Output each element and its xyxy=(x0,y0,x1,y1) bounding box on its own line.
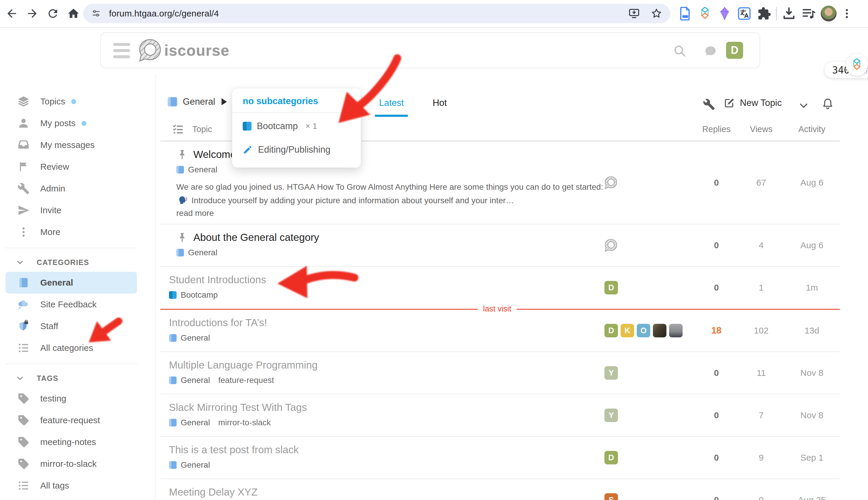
translate-icon[interactable] xyxy=(737,6,752,21)
category-badge[interactable]: General xyxy=(176,165,218,174)
category-badge[interactable]: General xyxy=(169,460,210,470)
hamburger-menu-icon[interactable] xyxy=(113,42,130,59)
category-badge[interactable]: Bootcamp xyxy=(169,290,218,300)
topic-row[interactable]: Slack Mirroring Test With TagsGeneralmir… xyxy=(161,395,840,437)
back-icon[interactable] xyxy=(5,7,18,20)
poster-avatar[interactable]: Y xyxy=(605,366,618,380)
sidebar-item-admin[interactable]: Admin xyxy=(5,178,137,200)
dropdown-option-editing-publishing[interactable]: Editing/Publishing xyxy=(232,140,361,159)
topic-row[interactable]: Multiple Language ProgrammingGeneralfeat… xyxy=(161,352,840,395)
sidebar-item-meeting-notes[interactable]: meeting-notes xyxy=(5,431,137,453)
topic-tag[interactable]: mirror-to-slack xyxy=(218,418,271,427)
sidebar-item-topics[interactable]: Topics xyxy=(5,91,137,112)
category-admin-wrench-icon[interactable] xyxy=(703,98,715,111)
poster-avatar[interactable]: K xyxy=(621,324,634,337)
column-topic[interactable]: Topic xyxy=(192,124,212,134)
read-more-link[interactable]: read more xyxy=(176,208,600,218)
category-badge[interactable]: General xyxy=(169,376,210,385)
perf-gem-widget[interactable] xyxy=(846,54,868,76)
pin-icon[interactable] xyxy=(176,149,188,160)
extension-doc-icon[interactable] xyxy=(678,6,693,21)
site-settings-icon[interactable] xyxy=(91,8,101,19)
new-topic-button[interactable]: New Topic xyxy=(724,97,782,109)
home-icon[interactable] xyxy=(67,7,80,20)
topic-tag[interactable]: feature-request xyxy=(218,376,274,385)
downloads-icon[interactable] xyxy=(781,6,797,21)
sidebar-item-label: testing xyxy=(40,394,66,404)
sidebar-item-invite[interactable]: Invite xyxy=(5,200,137,221)
category-badge[interactable]: General xyxy=(169,418,210,427)
topic-title[interactable]: Introductions for TA’s! xyxy=(169,317,267,329)
poster-avatar[interactable]: D xyxy=(605,451,618,464)
column-replies[interactable]: Replies xyxy=(694,124,738,134)
topic-title[interactable]: This is a test post from slack xyxy=(169,444,299,456)
topic-filter-icon[interactable] xyxy=(172,123,184,135)
sidebar-item-all-tags[interactable]: All tags xyxy=(5,475,137,497)
poster-avatar[interactable]: D xyxy=(605,324,618,337)
system-avatar[interactable] xyxy=(605,176,618,190)
browser-menu-icon[interactable] xyxy=(841,8,853,20)
category-badge[interactable]: General xyxy=(176,248,218,257)
url-bar[interactable]: forum.htgaa.org/c/general/4 xyxy=(83,4,670,23)
refresh-icon[interactable] xyxy=(46,7,59,20)
topic-title[interactable]: Slack Mirroring Test With Tags xyxy=(169,401,307,413)
sidebar-item-staff[interactable]: Staff xyxy=(5,315,137,337)
poster-avatar[interactable]: Y xyxy=(605,409,618,422)
extension-crystal-icon[interactable] xyxy=(717,6,732,21)
poster-avatar[interactable]: S xyxy=(605,493,618,500)
sidebar-item-all-categories[interactable]: All categories xyxy=(5,337,137,359)
system-avatar[interactable] xyxy=(605,239,618,252)
tab-hot[interactable]: Hot xyxy=(431,98,448,108)
poster-avatar-photo[interactable] xyxy=(669,324,683,337)
sidebar-item-more[interactable]: More xyxy=(5,221,137,243)
extensions-puzzle-icon[interactable] xyxy=(756,6,772,21)
chat-icon[interactable] xyxy=(704,45,717,58)
bookmark-star-icon[interactable] xyxy=(650,7,662,20)
poster-avatar[interactable]: D xyxy=(605,281,618,294)
topic-list-chevron-icon[interactable] xyxy=(799,101,809,111)
topic-row[interactable]: Student IntroductionsBootcampD011m xyxy=(161,267,840,308)
tab-latest[interactable]: Latest xyxy=(377,98,406,108)
sidebar-item-mirror-to-slack[interactable]: mirror-to-slack xyxy=(5,453,137,475)
topic-row[interactable]: About the General categoryGeneral04Aug 6 xyxy=(161,224,840,267)
install-icon[interactable] xyxy=(628,7,640,20)
breadcrumb-category[interactable]: General xyxy=(183,96,215,107)
sidebar-item-feature-request[interactable]: feature-request xyxy=(5,409,137,431)
user-avatar[interactable]: D xyxy=(726,42,743,59)
dropdown-option-bootcamp[interactable]: Bootcamp × 1 xyxy=(232,117,361,135)
sidebar-item-my-posts[interactable]: My posts xyxy=(5,112,137,134)
forward-icon[interactable] xyxy=(26,7,39,20)
sidebar-item-testing[interactable]: testing xyxy=(5,388,137,409)
poster-avatar[interactable]: O xyxy=(637,324,650,337)
pin-icon[interactable] xyxy=(176,231,188,243)
topic-row[interactable]: This is a test post from slackGeneralD09… xyxy=(161,437,840,479)
category-badge[interactable]: General xyxy=(169,333,210,343)
sidebar-categories-header[interactable]: CATEGORIES xyxy=(5,253,137,272)
browser-profile-avatar[interactable] xyxy=(821,5,836,22)
topic-title[interactable]: About the General category xyxy=(193,231,319,243)
discourse-logo[interactable]: iscourse xyxy=(138,38,230,62)
dropdown-selected[interactable]: no subcategories xyxy=(232,88,361,112)
notification-bell-icon[interactable] xyxy=(822,97,834,110)
topic-views: 4 xyxy=(738,240,784,250)
category-badge-icon xyxy=(176,166,184,173)
poster-avatar-photo[interactable] xyxy=(653,324,666,337)
topic-title[interactable]: Multiple Language Programming xyxy=(169,359,318,371)
topic-row[interactable]: Introductions for TA’s!GeneralDKO1810213… xyxy=(161,310,840,352)
sidebar-tags-header[interactable]: TAGS xyxy=(5,369,137,388)
column-activity[interactable]: Activity xyxy=(784,124,840,134)
media-queue-icon[interactable] xyxy=(801,6,816,21)
column-views[interactable]: Views xyxy=(738,124,784,134)
sidebar-item-review[interactable]: Review xyxy=(5,156,137,178)
sidebar-item-configure-defaults[interactable]: Configure defaults xyxy=(5,497,137,500)
topic-title[interactable]: Meeting Delay XYZ xyxy=(169,486,258,498)
sidebar-item-my-messages[interactable]: My messages xyxy=(5,134,137,156)
url-text[interactable]: forum.htgaa.org/c/general/4 xyxy=(109,9,219,19)
sidebar-item-general[interactable]: General xyxy=(5,272,137,294)
search-icon[interactable] xyxy=(673,44,687,58)
topic-row[interactable]: Meeting Delay XYZS09Aug 25 xyxy=(161,479,840,500)
breadcrumb[interactable]: General xyxy=(167,96,227,107)
extension-gem-icon[interactable] xyxy=(697,6,713,21)
topic-title[interactable]: Student Introductions xyxy=(169,274,266,286)
sidebar-item-site-feedback[interactable]: Site Feedback xyxy=(5,294,137,315)
